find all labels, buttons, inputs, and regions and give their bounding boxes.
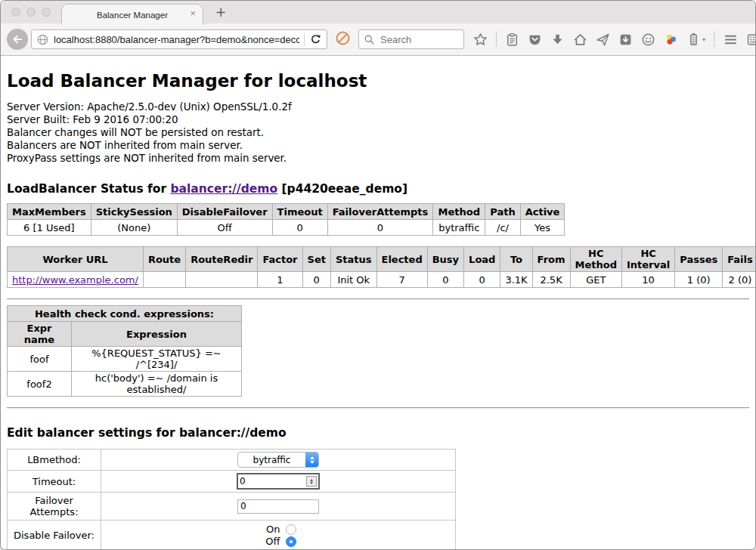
col-passes: Passes [675, 247, 723, 272]
col-worker-url: Worker URL [8, 247, 144, 272]
table-row: http://www.example.com/ 1 0 Init Ok 7 0 … [8, 272, 756, 288]
url-text[interactable]: localhost:8880/balancer-manager?b=demo&n… [54, 34, 299, 45]
col-hc-interval: HC Interval [621, 247, 674, 272]
radio-off-label: Off [261, 536, 280, 547]
navigation-toolbar: localhost:8880/balancer-manager?b=demo&n… [1, 23, 755, 56]
status-heading-suffix: [p4420eeae_demo] [277, 182, 407, 196]
form-row-lbmethod: LBmethod: bytraffic [8, 450, 456, 471]
bookmark-star-icon[interactable] [473, 32, 488, 47]
tab-title: Balancer Manager [97, 11, 168, 20]
pocket-icon[interactable] [528, 32, 542, 47]
cell-active: Yes [520, 220, 565, 236]
reload-icon[interactable] [309, 33, 322, 46]
col-to: To [500, 247, 532, 272]
worker-url-link[interactable]: http://www.example.com/ [12, 274, 138, 286]
radio-row-off: Off [104, 536, 452, 547]
container-battery-icon[interactable]: ▾ [686, 32, 705, 47]
edit-settings-heading: Edit balancer settings for balancer://de… [7, 426, 749, 440]
number-spinner-icon[interactable] [306, 476, 317, 487]
cell-expression: %{REQUEST_STATUS} =~ /^[234]/ [72, 347, 242, 372]
zoom-window-button[interactable] [42, 8, 51, 17]
feedback-smiley-icon[interactable] [641, 32, 655, 47]
health-check-table: Health check cond. expressions: Expr nam… [7, 305, 242, 397]
radio-row-on: On [104, 524, 452, 535]
failover-attempts-input[interactable] [237, 499, 319, 514]
new-tab-button[interactable]: + [215, 5, 226, 20]
cell-passes: 1 (0) [675, 272, 723, 288]
cell-from: 2.5K [532, 272, 570, 288]
col-status: Status [330, 247, 376, 272]
notice-line: Balancers are NOT inherited from main se… [7, 139, 749, 152]
col-fails: Fails [723, 247, 755, 272]
radio-on-label: On [261, 524, 280, 535]
window-controls [11, 8, 51, 17]
toolbar-divider [714, 32, 714, 47]
toolbar-icons: ▾ [473, 32, 756, 47]
col-disablefailover: DisableFailover [177, 204, 272, 220]
content-blocked-icon[interactable] [335, 30, 351, 49]
url-bar[interactable]: localhost:8880/balancer-manager?b=demo&n… [31, 29, 327, 49]
close-window-button[interactable] [11, 8, 20, 17]
col-expr-name: Expr name [8, 322, 72, 347]
cell-path: /c/ [485, 220, 520, 236]
minimize-window-button[interactable] [26, 8, 36, 17]
cell-hc-interval: 10 [621, 272, 674, 288]
table-title-row: Health check cond. expressions: [8, 306, 242, 322]
urlbar-divider [304, 32, 305, 46]
table-header-row: Worker URL Route RouteRedir Factor Set S… [8, 247, 756, 272]
server-built-line: Server Built: Feb 9 2016 07:00:20 [7, 113, 749, 126]
cell-busy: 0 [427, 272, 463, 288]
col-elected: Elected [376, 247, 427, 272]
form-row-disable-failover: Disable Failover: On Off [8, 521, 456, 550]
failover-attempts-label: Failover Attempts: [8, 493, 101, 521]
cell-load: 0 [464, 272, 500, 288]
col-maxmembers: MaxMembers [8, 204, 91, 220]
table-row: 6 [1 Used] (None) Off 0 0 bytraffic /c/ … [8, 220, 565, 236]
notice-line: Balancer changes will NOT be persisted o… [7, 126, 749, 139]
cell-stickysession: (None) [91, 220, 177, 236]
status-heading-prefix: LoadBalancer Status for [7, 182, 170, 196]
tab-close-icon[interactable]: × [190, 8, 196, 18]
form-row-timeout: Timeout: 0 [8, 471, 456, 493]
chevron-down-icon[interactable]: ▾ [702, 36, 705, 43]
col-failoverattempts: FailoverAttempts [327, 204, 433, 220]
search-input[interactable] [379, 33, 457, 46]
health-table-title: Health check cond. expressions: [8, 306, 242, 322]
cell-set: 0 [302, 272, 330, 288]
cell-expr-name: foof [8, 347, 72, 372]
send-page-icon[interactable] [596, 32, 610, 47]
divider [7, 298, 749, 300]
home-icon[interactable] [573, 32, 587, 47]
balancer-demo-link[interactable]: balancer://demo [170, 182, 277, 196]
cell-method: bytraffic [433, 220, 485, 236]
downloads-icon[interactable] [550, 32, 565, 47]
col-route: Route [143, 247, 185, 272]
disable-failover-on-radio[interactable] [286, 524, 296, 535]
lbmethod-select[interactable]: bytraffic [237, 452, 319, 468]
tab-bar: Balancer Manager × + [1, 1, 755, 23]
col-active: Active [520, 204, 565, 220]
reading-list-icon[interactable] [505, 32, 519, 47]
disable-failover-off-radio[interactable] [286, 536, 296, 547]
cell-expression: hc('body') =~ /domain is established/ [72, 372, 242, 397]
page-content: Load Balancer Manager for localhost Serv… [1, 56, 755, 549]
timeout-label: Timeout: [8, 471, 101, 493]
back-arrow-icon [11, 33, 23, 45]
timeout-input[interactable]: 0 [237, 473, 320, 490]
table-header-row: Expr name Expression [8, 322, 242, 347]
extension-download-box-icon[interactable] [618, 32, 633, 47]
lbmethod-selected-value: bytraffic [238, 455, 305, 465]
col-load: Load [464, 247, 500, 272]
cell-hc-method: GET [570, 272, 621, 288]
colored-dots-extension-icon[interactable] [664, 32, 678, 47]
back-button[interactable] [7, 29, 28, 50]
table-header-row: MaxMembers StickySession DisableFailover… [8, 204, 565, 220]
search-bar[interactable] [358, 29, 464, 49]
extension-grid-icon[interactable] [747, 32, 756, 47]
tab-balancer-manager[interactable]: Balancer Manager × [61, 4, 203, 25]
menu-hamburger-icon[interactable] [723, 32, 739, 47]
table-row: foof2 hc('body') =~ /domain is establish… [8, 372, 242, 397]
cell-routeredir [186, 272, 258, 288]
col-busy: Busy [427, 247, 463, 272]
col-timeout: Timeout [272, 204, 327, 220]
